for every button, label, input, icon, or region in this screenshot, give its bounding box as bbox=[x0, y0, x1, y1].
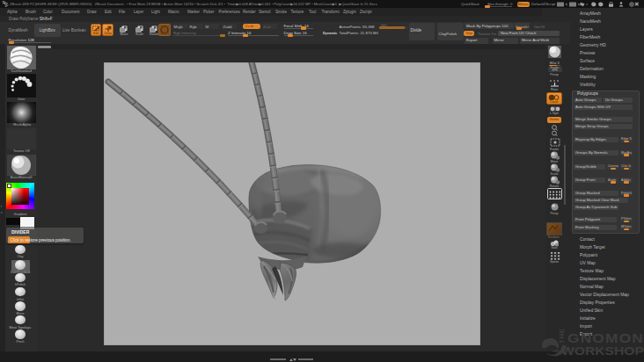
svg-text:THE: THE bbox=[558, 328, 566, 344]
svg-text:GNOMON: GNOMON bbox=[567, 330, 644, 345]
svg-text:WORKSHOP: WORKSHOP bbox=[561, 344, 644, 358]
